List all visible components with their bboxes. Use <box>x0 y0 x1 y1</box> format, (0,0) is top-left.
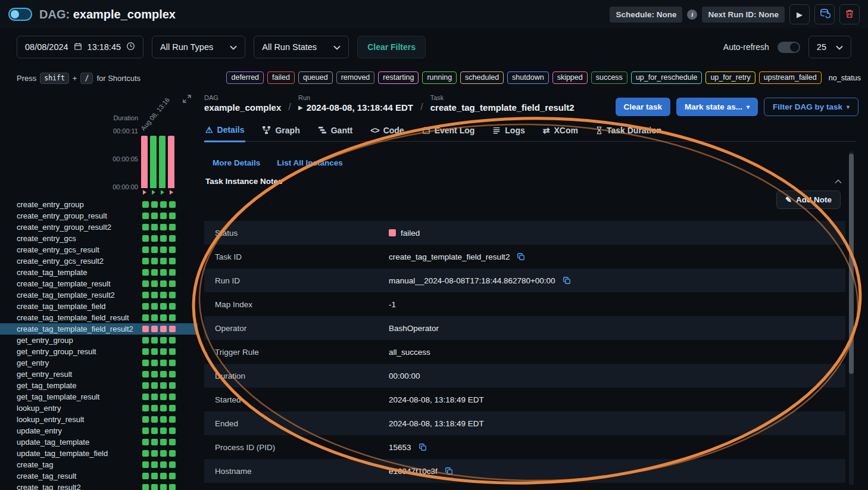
dag-run-bar[interactable] <box>159 136 166 188</box>
breadcrumb-run[interactable]: 2024-08-08, 13:18:44 EDT <box>307 102 413 113</box>
task-instance-square[interactable] <box>169 382 176 389</box>
task-instance-square[interactable] <box>160 439 167 445</box>
task-instance-square[interactable] <box>169 246 176 253</box>
delete-dag-button[interactable] <box>839 4 860 24</box>
tab-gantt[interactable]: Gantt <box>317 124 354 141</box>
task-row[interactable]: get_entry_group <box>0 335 198 346</box>
task-instance-square[interactable] <box>151 371 158 377</box>
task-instance-square[interactable] <box>169 292 176 298</box>
collapse-grid-icon[interactable] <box>182 94 192 106</box>
task-instance-square[interactable] <box>169 269 176 276</box>
task-instance-square[interactable] <box>142 484 149 490</box>
task-instance-square[interactable] <box>160 246 167 253</box>
task-instance-square[interactable] <box>142 235 149 242</box>
task-instance-square[interactable] <box>142 382 149 389</box>
task-instance-square[interactable] <box>160 224 167 230</box>
task-instance-square[interactable] <box>160 371 167 377</box>
task-instance-square[interactable] <box>151 213 158 219</box>
task-row[interactable]: create_tag <box>0 459 198 470</box>
run-datetime-picker[interactable]: 08/08/2024 13:18:45 <box>17 36 143 58</box>
task-row[interactable]: get_tag_template_result <box>0 391 198 402</box>
task-row[interactable]: create_tag_result2 <box>0 482 198 490</box>
task-row[interactable]: create_entry_gcs <box>0 233 198 244</box>
task-instance-square[interactable] <box>160 416 167 423</box>
task-instance-square[interactable] <box>169 394 176 400</box>
task-instance-square[interactable] <box>142 450 149 457</box>
task-row[interactable]: update_tag_template_field <box>0 448 198 459</box>
task-instance-square[interactable] <box>160 326 167 332</box>
task-instance-square[interactable] <box>169 360 176 366</box>
task-instance-square[interactable] <box>160 382 167 389</box>
tab-graph[interactable]: Graph <box>261 124 301 141</box>
task-instance-square[interactable] <box>142 337 149 344</box>
task-instance-square[interactable] <box>142 224 149 230</box>
task-instance-square[interactable] <box>169 450 176 457</box>
task-instance-square[interactable] <box>169 348 176 355</box>
tab-xcom[interactable]: ⇄ XCom <box>542 124 579 141</box>
task-instance-square[interactable] <box>160 405 167 411</box>
task-instance-square[interactable] <box>151 439 158 445</box>
task-row[interactable]: create_entry_group <box>0 199 198 210</box>
task-instance-square[interactable] <box>160 450 167 457</box>
tab-details[interactable]: ⚠ Details <box>204 124 245 142</box>
task-instance-square[interactable] <box>151 394 158 400</box>
task-instance-square[interactable] <box>151 405 158 411</box>
task-instance-square[interactable] <box>160 280 167 287</box>
task-instance-square[interactable] <box>160 201 167 208</box>
task-instance-square[interactable] <box>160 348 167 355</box>
task-instance-square[interactable] <box>151 473 158 479</box>
task-instance-square[interactable] <box>151 303 158 310</box>
task-instance-square[interactable] <box>169 280 176 287</box>
task-instance-square[interactable] <box>169 371 176 377</box>
task-instance-square[interactable] <box>160 269 167 276</box>
task-instance-square[interactable] <box>142 213 149 219</box>
task-instance-square[interactable] <box>142 360 149 366</box>
task-instance-square[interactable] <box>151 348 158 355</box>
task-instance-square[interactable] <box>169 439 176 445</box>
tab-code[interactable]: <> Code <box>369 124 405 141</box>
task-instance-square[interactable] <box>142 258 149 264</box>
task-instance-square[interactable] <box>160 292 167 298</box>
task-instance-square[interactable] <box>169 258 176 264</box>
trigger-dag-button[interactable]: ▶ <box>789 4 810 24</box>
task-row[interactable]: create_tag_template_field_result <box>0 312 198 323</box>
task-instance-square[interactable] <box>169 213 176 219</box>
task-row[interactable]: create_entry_group_result <box>0 210 198 221</box>
details-scrollbar[interactable] <box>849 151 854 485</box>
info-icon[interactable]: i <box>687 10 697 20</box>
dag-pause-toggle[interactable] <box>8 8 32 21</box>
task-instance-square[interactable] <box>160 235 167 242</box>
task-instance-square[interactable] <box>169 224 176 230</box>
task-instance-square[interactable] <box>142 461 149 468</box>
task-instance-square[interactable] <box>142 326 149 332</box>
task-instance-square[interactable] <box>142 371 149 377</box>
task-instance-square[interactable] <box>151 461 158 468</box>
clear-filters-button[interactable]: Clear Filters <box>357 36 426 58</box>
reparse-dag-button[interactable] <box>814 4 835 24</box>
task-instance-square[interactable] <box>160 473 167 479</box>
copy-icon[interactable] <box>517 252 525 261</box>
auto-refresh-toggle[interactable] <box>778 42 800 53</box>
collapse-notes-icon[interactable] <box>835 179 842 184</box>
task-row[interactable]: create_tag_result <box>0 470 198 482</box>
task-instance-square[interactable] <box>151 360 158 366</box>
task-instance-square[interactable] <box>169 484 176 490</box>
dag-run-bar[interactable] <box>141 136 148 188</box>
task-instance-square[interactable] <box>142 394 149 400</box>
task-instance-square[interactable] <box>151 224 158 230</box>
task-instance-square[interactable] <box>160 360 167 366</box>
task-row[interactable]: get_entry_group_result <box>0 346 198 357</box>
task-instance-square[interactable] <box>160 484 167 490</box>
task-instance-square[interactable] <box>160 314 167 321</box>
task-instance-square[interactable] <box>142 246 149 253</box>
task-row[interactable]: update_tag_template <box>0 436 198 448</box>
task-instance-square[interactable] <box>142 405 149 411</box>
page-size-select[interactable]: 25 <box>808 36 851 58</box>
tab-event-log[interactable]: Event Log <box>421 124 476 141</box>
task-row[interactable]: create_tag_template_result2 <box>0 289 198 301</box>
tab-task-duration[interactable]: Task Duration <box>595 124 663 141</box>
dag-run-bar[interactable] <box>168 136 174 188</box>
copy-icon[interactable] <box>563 276 571 285</box>
task-instance-square[interactable] <box>142 439 149 445</box>
task-instance-square[interactable] <box>151 382 158 389</box>
